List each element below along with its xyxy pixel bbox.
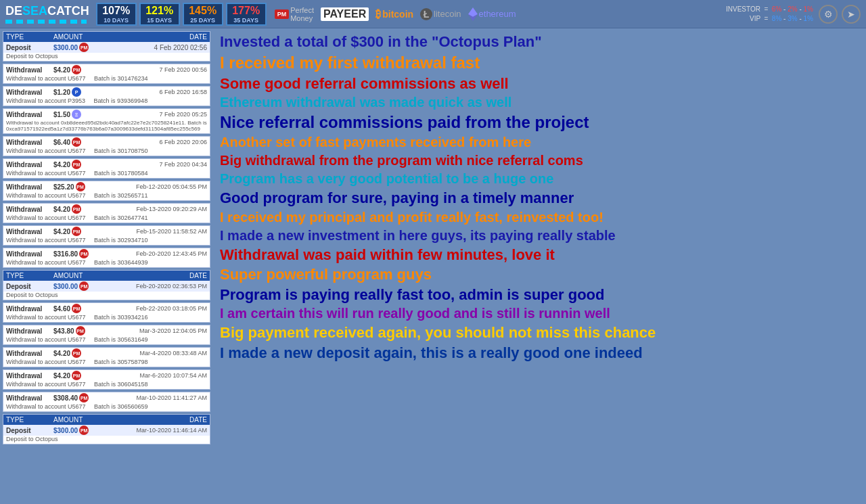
perfectmoney-icon[interactable]: PM PerfectMoney bbox=[275, 6, 314, 22]
withdrawal-block-1: Withdrawal $4.20 PM 7 Feb 2020 00:56 Wit… bbox=[3, 64, 210, 84]
eth-diamond-icon bbox=[468, 7, 478, 21]
testimonial-14: Program is paying really fast too, admin… bbox=[220, 285, 859, 304]
w-detail-1: Withdrawal to account U5677 Batch is 301… bbox=[3, 75, 210, 83]
w-detail-12: Withdrawal to account U5677 Batch is 305… bbox=[3, 359, 210, 367]
navigate-icon[interactable]: ➤ bbox=[842, 5, 861, 24]
col-amount-label-2: AMOUNT bbox=[53, 272, 108, 279]
main-content: TYPE AMOUNT DATE Deposit $300.00 PM 4 Fe… bbox=[0, 28, 866, 504]
w-type-7: Withdrawal bbox=[6, 206, 53, 213]
withdrawal-row-6: Withdrawal $25.20 PM Feb-12-2020 05:04:5… bbox=[3, 181, 210, 192]
col-date-label-3: DATE bbox=[108, 416, 207, 423]
w-date-12: Mar-4-2020 08:33:48 AM bbox=[108, 350, 207, 357]
w-detail-6: Withdrawal to account U5677 Batch is 302… bbox=[3, 192, 210, 200]
withdrawal-row-7: Withdrawal $4.20 PM Feb-13-2020 09:20:29… bbox=[3, 204, 210, 214]
w-detail-13: Withdrawal to account U5677 Batch is 306… bbox=[3, 381, 210, 389]
deposit-type-2: Deposit bbox=[6, 283, 53, 290]
deposit-date-2: Feb-20-2020 02:36:53 PM bbox=[108, 283, 207, 290]
percent-value-145: 145% bbox=[189, 5, 216, 17]
litecoin-icon[interactable]: Ł litecoin bbox=[420, 8, 461, 20]
w-detail-8: Withdrawal to account U5677 Batch is 302… bbox=[3, 237, 210, 245]
percent-value-121: 121% bbox=[145, 5, 173, 17]
w-date-14: Mar-10-2020 11:41:27 AM bbox=[108, 394, 207, 401]
pm-badge: PM bbox=[275, 9, 290, 19]
percent-box-145[interactable]: 145% 25 DAYS bbox=[183, 3, 223, 26]
col-date-label-2: DATE bbox=[108, 272, 207, 279]
percent-value-177: 177% bbox=[232, 5, 260, 17]
w-detail-9: Withdrawal to account U5677 Batch is 303… bbox=[3, 259, 210, 267]
withdrawal-block-10: Withdrawal $4.60 PM Feb-22-2020 03:18:05… bbox=[3, 302, 210, 323]
percent-box-177[interactable]: 177% 35 DAYS bbox=[226, 3, 267, 26]
col-amount-label-3: AMOUNT bbox=[53, 416, 108, 423]
withdrawal-row-8: Withdrawal $4.20 PM Feb-15-2020 11:58:52… bbox=[3, 226, 210, 237]
w-amount-7: $4.20 PM bbox=[53, 204, 108, 214]
ethereum-label: ethereum bbox=[479, 9, 516, 19]
w-date-9: Feb-20-2020 12:43:45 PM bbox=[108, 250, 207, 257]
litecoin-symbol: Ł bbox=[420, 8, 432, 20]
pm-badge-w12: PM bbox=[72, 348, 81, 358]
pm-badge-d3: PM bbox=[79, 426, 89, 435]
testimonial-4: Ethereum withdrawal was made quick as we… bbox=[220, 94, 859, 111]
w-date-6: Feb-12-2020 05:04:55 PM bbox=[108, 183, 207, 190]
pm-badge-d2: PM bbox=[79, 281, 89, 291]
logo[interactable]: DESEACATCH bbox=[5, 4, 89, 24]
pm-badge-w1: PM bbox=[72, 65, 81, 74]
withdrawal-row-10: Withdrawal $4.60 PM Feb-22-2020 03:18:05… bbox=[3, 303, 210, 314]
logo-wave bbox=[5, 20, 87, 24]
w-type-11: Withdrawal bbox=[6, 327, 53, 335]
pm-badge-w5: PM bbox=[72, 160, 81, 169]
deposit-header-1: TYPE AMOUNT DATE bbox=[3, 32, 210, 42]
deposit-type-3: Deposit bbox=[6, 427, 53, 434]
w-amount-2: $1.20 P bbox=[53, 87, 108, 97]
w-date-3: 7 Feb 2020 05:25 bbox=[108, 111, 207, 118]
withdrawal-row-11: Withdrawal $43.80 PM Mar-3-2020 12:04:05… bbox=[3, 325, 210, 336]
percent-days-15: 15 DAYS bbox=[147, 17, 172, 24]
w-amount-1: $4.20 PM bbox=[53, 65, 108, 74]
w-detail-4: Withdrawal to account U5677 Batch is 301… bbox=[3, 147, 210, 156]
w-type-10: Withdrawal bbox=[6, 305, 53, 313]
percent-days-35: 35 DAYS bbox=[233, 17, 258, 24]
deposit-header-2: TYPE AMOUNT DATE bbox=[3, 271, 210, 281]
pm-badge-w10: PM bbox=[72, 304, 81, 313]
settings-icon[interactable]: ⚙ bbox=[819, 5, 838, 24]
withdrawal-row-1: Withdrawal $4.20 PM 7 Feb 2020 00:56 bbox=[3, 64, 210, 75]
w-detail-10: Withdrawal to account U5677 Batch is 303… bbox=[3, 314, 210, 322]
logo-de: DE bbox=[5, 4, 22, 18]
deposit-amount-1: $300.00 PM bbox=[53, 43, 108, 52]
logo-sea: SEA bbox=[22, 4, 47, 18]
withdrawal-row-14: Withdrawal $308.40 PM Mar-10-2020 11:41:… bbox=[3, 392, 210, 403]
w-amount-3: $1.50 Ξ bbox=[53, 110, 108, 119]
payeer-icon[interactable]: PAYEER bbox=[321, 7, 369, 21]
bitcoin-b-symbol: ₿ bbox=[375, 8, 381, 20]
w-amount-14: $308.40 PM bbox=[53, 393, 108, 403]
testimonial-2: I received my first withdrawal fast bbox=[220, 53, 859, 73]
w-amount-13: $4.20 PM bbox=[53, 371, 108, 380]
testimonial-11: I made a new investment in here guys, it… bbox=[220, 227, 859, 244]
withdrawal-block-7: Withdrawal $4.20 PM Feb-13-2020 09:20:29… bbox=[3, 203, 210, 223]
percent-box-121[interactable]: 121% 15 DAYS bbox=[139, 3, 180, 26]
withdrawal-block-12: Withdrawal $4.20 PM Mar-4-2020 08:33:48 … bbox=[3, 347, 210, 367]
pm-badge-w9: PM bbox=[79, 249, 89, 258]
investor-line2: VIP = 8% - 3% - 1% bbox=[726, 14, 813, 24]
pm-badge-w6: PM bbox=[76, 182, 85, 191]
percent-box-107[interactable]: 107% 10 DAYS bbox=[96, 3, 137, 26]
bitcoin-icon[interactable]: ₿ bitcoin bbox=[375, 8, 413, 20]
payment-icons: PM PerfectMoney PAYEER ₿ bitcoin Ł litec… bbox=[275, 6, 726, 22]
testimonial-3: Some good referral commissions as well bbox=[220, 74, 859, 93]
w-date-5: 7 Feb 2020 04:34 bbox=[108, 161, 207, 168]
w-date-8: Feb-15-2020 11:58:52 AM bbox=[108, 228, 207, 235]
testimonial-15: I am certain this will run really good a… bbox=[220, 305, 859, 322]
w-detail-14: Withdrawal to account U5677 Batch is 306… bbox=[3, 403, 210, 411]
w-type-1: Withdrawal bbox=[6, 66, 53, 74]
deposit-detail-1: Deposit to Octopus bbox=[3, 53, 210, 61]
withdrawal-row-12: Withdrawal $4.20 PM Mar-4-2020 08:33:48 … bbox=[3, 348, 210, 359]
w-type-13: Withdrawal bbox=[6, 372, 53, 380]
ethereum-icon[interactable]: ethereum bbox=[468, 7, 516, 21]
w-date-13: Mar-6-2020 10:07:54 AM bbox=[108, 372, 207, 379]
percent-days-10: 10 DAYS bbox=[104, 17, 129, 24]
deposit-detail-2: Deposit to Octopus bbox=[3, 292, 210, 300]
withdrawal-block-8: Withdrawal $4.20 PM Feb-15-2020 11:58:52… bbox=[3, 225, 210, 246]
top-bar: DESEACATCH 107% 10 DAYS 121% 15 DAYS 145… bbox=[0, 0, 866, 28]
deposit-block-1: TYPE AMOUNT DATE Deposit $300.00 PM 4 Fe… bbox=[3, 31, 210, 62]
investor-line1: INVESTOR = 6% - 2% - 1% bbox=[726, 5, 813, 14]
withdrawal-block-2: Withdrawal $1.20 P 6 Feb 2020 16:58 With… bbox=[3, 86, 210, 106]
